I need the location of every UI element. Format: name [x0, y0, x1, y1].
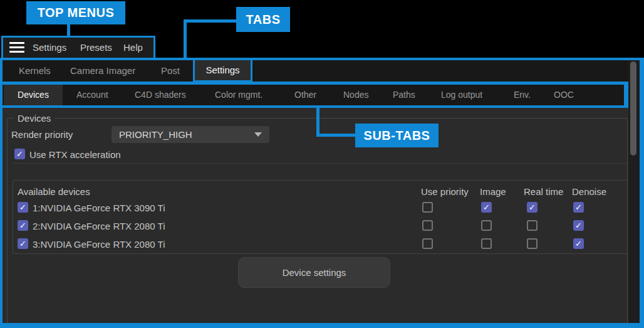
connector-line	[316, 108, 319, 137]
device-use-priority-checkbox[interactable]	[422, 220, 433, 231]
subtab-devices[interactable]: Devices	[4, 85, 63, 105]
device-real-time-checkbox[interactable]: ✓	[527, 202, 538, 213]
device-enable-checkbox[interactable]: ✓	[18, 238, 28, 249]
menu-item-settings[interactable]: Settings	[33, 38, 66, 58]
device-denoise-checkbox[interactable]: ✓	[573, 238, 584, 249]
device-image-checkbox[interactable]	[481, 220, 492, 231]
device-settings-button[interactable]: Device settings	[238, 257, 390, 288]
window-border-right	[640, 58, 644, 328]
device-real-time-checkbox[interactable]	[527, 220, 538, 231]
device-name: 1:NVIDIA GeForce RTX 3090 Ti	[33, 203, 165, 213]
subtab-env[interactable]: Env.	[514, 85, 531, 105]
subtab-color-mgmt[interactable]: Color mgmt.	[215, 85, 262, 105]
devices-group-title: Devices	[14, 113, 55, 124]
subtab-log-output[interactable]: Log output	[441, 85, 482, 105]
annotation-top-menus: TOP MENUS	[26, 1, 125, 24]
device-name: 2:NVIDIA GeForce RTX 2080 Ti	[33, 221, 165, 231]
annotation-tabs: TABS	[236, 7, 290, 32]
column-header-real-time: Real time	[524, 186, 563, 197]
tab-post[interactable]: Post	[161, 60, 180, 82]
device-real-time-checkbox[interactable]	[527, 238, 538, 249]
device-use-priority-checkbox[interactable]	[422, 202, 433, 213]
dropdown-caret-icon	[254, 132, 262, 137]
subtab-c4d-shaders[interactable]: C4D shaders	[135, 85, 186, 105]
subtab-account[interactable]: Account	[76, 85, 108, 105]
connector-line	[184, 19, 187, 58]
column-header-denoise: Denoise	[572, 186, 606, 197]
subtab-nodes[interactable]: Nodes	[343, 85, 368, 105]
device-denoise-checkbox[interactable]: ✓	[573, 220, 584, 231]
device-image-checkbox[interactable]	[481, 238, 492, 249]
render-priority-label: Render priority	[11, 129, 73, 140]
octane-settings-window: Devices Render priority PRIORITY_HIGH ✓ …	[0, 0, 644, 328]
column-header-use-priority: Use priority	[421, 186, 469, 197]
available-devices-title: Available devices	[18, 186, 90, 197]
annotation-sub-tabs: SUB-TABS	[355, 124, 439, 147]
device-image-checkbox[interactable]: ✓	[481, 202, 492, 213]
menu-item-presets[interactable]: Presets	[80, 38, 112, 58]
connector-line	[67, 24, 70, 36]
column-header-image: Image	[480, 186, 506, 197]
subtab-other[interactable]: Other	[294, 85, 316, 105]
rtx-acceleration-label: Use RTX acceleration	[29, 149, 121, 160]
connector-line	[185, 19, 236, 23]
menu-item-help[interactable]: Help	[123, 38, 143, 58]
section-divider	[13, 163, 627, 164]
connector-line	[319, 134, 355, 137]
device-enable-checkbox[interactable]: ✓	[18, 202, 28, 213]
sub-tabs-row: DevicesAccountC4D shadersColor mgmt.Othe…	[0, 82, 628, 108]
subtab-ooc[interactable]: OOC	[554, 85, 574, 105]
render-priority-value: PRIORITY_HIGH	[119, 129, 192, 140]
device-use-priority-checkbox[interactable]	[422, 238, 433, 249]
window-border-bottom	[0, 323, 644, 328]
tab-settings[interactable]: Settings	[193, 58, 252, 82]
tab-kernels[interactable]: Kernels	[19, 60, 51, 82]
device-denoise-checkbox[interactable]: ✓	[573, 202, 584, 213]
subtab-paths[interactable]: Paths	[393, 85, 415, 105]
scrollbar-thumb[interactable]	[630, 61, 636, 156]
render-priority-dropdown[interactable]: PRIORITY_HIGH	[112, 126, 269, 143]
device-name: 3:NVIDIA GeForce RTX 2080 Ti	[33, 239, 165, 250]
menu-bar: SettingsPresetsHelp	[1, 36, 155, 60]
device-enable-checkbox[interactable]: ✓	[18, 220, 28, 231]
tab-camera-imager[interactable]: Camera Imager	[70, 60, 135, 82]
rtx-acceleration-checkbox[interactable]: ✓	[14, 149, 25, 159]
hamburger-menu-icon[interactable]	[9, 42, 24, 53]
